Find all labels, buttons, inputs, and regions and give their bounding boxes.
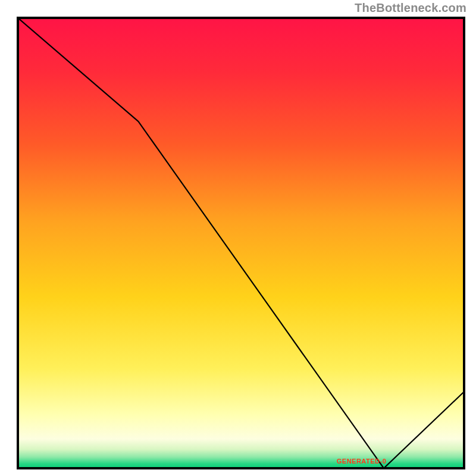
chart-stage: TheBottleneck.com GENERATED-0 [0,0,476,476]
plot-background [18,18,464,468]
chart-svg: GENERATED-0 [0,0,476,476]
annotation-label: GENERATED-0 [337,458,387,465]
watermark-text: TheBottleneck.com [355,1,466,15]
